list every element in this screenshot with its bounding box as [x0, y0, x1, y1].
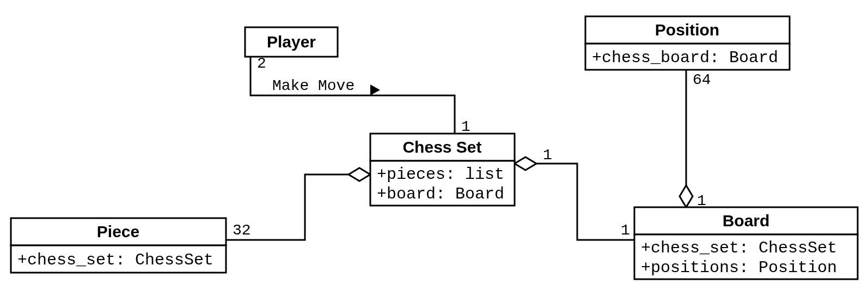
class-piece-name: Piece [97, 222, 139, 240]
mult-player: 2 [257, 55, 266, 72]
class-position-attr-0: +chess_board: Board [592, 49, 778, 67]
mult-chessset-top: 1 [461, 118, 470, 135]
assoc-label-make-move: Make Move [272, 77, 354, 94]
aggregation-diamond-chessset-left [349, 168, 370, 181]
class-chessset-attr-0: +pieces: list [377, 165, 504, 184]
class-board: Board +chess_set: ChessSet +positions: P… [634, 207, 858, 279]
class-chessset-attr-1: +board: Board [377, 185, 504, 203]
class-chessset-name: Chess Set [402, 138, 481, 156]
aggregation-diamond-board-top [680, 185, 693, 207]
relation-position-board: 64 1 [680, 70, 711, 209]
class-piece: Piece +chess_set: ChessSet [11, 218, 226, 273]
relation-chessset-board: 1 1 [515, 147, 634, 240]
aggregation-diamond-chessset-right [515, 157, 536, 170]
mult-position: 64 [693, 71, 711, 88]
class-chessset: Chess Set +pieces: list +board: Board [370, 134, 515, 206]
mult-chessset-right: 1 [543, 147, 552, 164]
class-position-name: Position [655, 21, 719, 39]
relation-player-chessset: 2 1 Make Move [250, 55, 470, 135]
class-board-attr-1: +positions: Position [641, 258, 837, 277]
class-piece-attr-0: +chess_set: ChessSet [17, 251, 213, 269]
relation-piece-chessset: 32 [226, 168, 370, 240]
class-board-name: Board [723, 212, 770, 230]
assoc-direction-arrow [370, 85, 380, 95]
class-player: Player [245, 27, 338, 57]
mult-piece: 32 [233, 222, 251, 239]
mult-board-left: 1 [621, 222, 630, 239]
class-player-name: Player [267, 33, 316, 51]
class-position: Position +chess_board: Board [585, 16, 790, 70]
class-board-attr-0: +chess_set: ChessSet [641, 239, 837, 257]
